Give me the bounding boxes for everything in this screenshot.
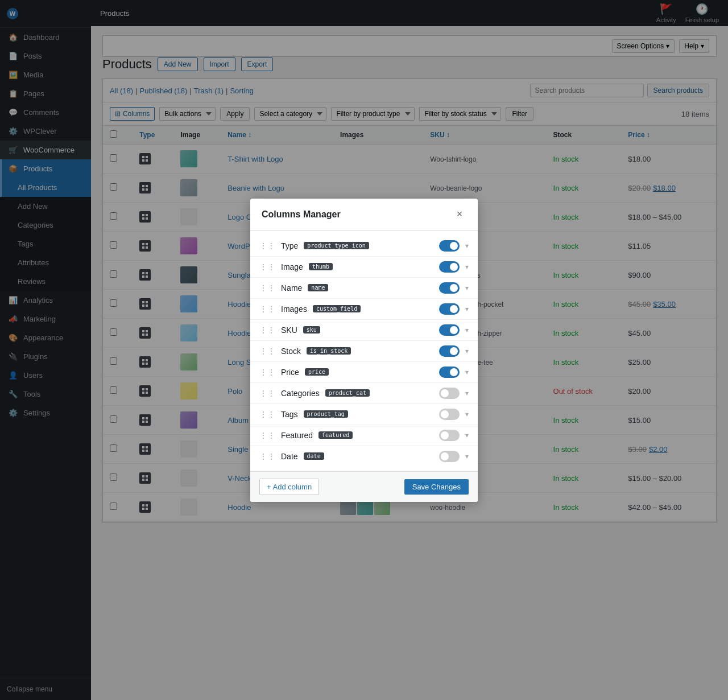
column-badge: price <box>305 368 329 376</box>
column-name: Featured <box>281 431 313 440</box>
columns-manager-modal: Columns Manager × ⋮⋮ Type product_type_i… <box>250 199 478 502</box>
drag-handle-icon[interactable]: ⋮⋮ <box>259 431 275 440</box>
drag-handle-icon[interactable]: ⋮⋮ <box>259 368 275 377</box>
column-badge: custom_field <box>313 305 361 312</box>
column-badge: is_in_stock <box>307 347 351 355</box>
column-row: ⋮⋮ Stock is_in_stock ▾ <box>250 341 478 362</box>
column-row: ⋮⋮ Tags product_tag ▾ <box>250 404 478 425</box>
column-options-icon[interactable]: ▾ <box>465 284 469 292</box>
column-name: Tags <box>281 410 298 419</box>
column-options-icon[interactable]: ▾ <box>465 347 469 355</box>
column-row: ⋮⋮ Images custom_field ▾ <box>250 299 478 320</box>
drag-handle-icon[interactable]: ⋮⋮ <box>259 347 275 356</box>
add-column-button[interactable]: + Add column <box>259 479 319 495</box>
modal-footer: + Add column Save Changes <box>250 471 478 502</box>
column-options-icon[interactable]: ▾ <box>465 431 469 439</box>
column-toggle[interactable] <box>439 345 460 357</box>
column-row: ⋮⋮ SKU sku ▾ <box>250 320 478 341</box>
drag-handle-icon[interactable]: ⋮⋮ <box>259 410 275 419</box>
column-badge: product_tag <box>304 410 348 418</box>
column-badge: name <box>308 284 328 291</box>
column-name: Stock <box>281 347 301 356</box>
drag-handle-icon[interactable]: ⋮⋮ <box>259 326 275 335</box>
column-badge: sku <box>303 326 320 333</box>
column-name: Price <box>281 368 299 377</box>
drag-handle-icon[interactable]: ⋮⋮ <box>259 389 275 398</box>
column-toggle[interactable] <box>439 367 460 378</box>
drag-handle-icon[interactable]: ⋮⋮ <box>259 283 275 293</box>
drag-handle-icon[interactable]: ⋮⋮ <box>259 262 275 271</box>
drag-handle-icon[interactable]: ⋮⋮ <box>259 304 275 314</box>
column-options-icon[interactable]: ▾ <box>465 305 469 313</box>
column-toggle[interactable] <box>439 303 460 315</box>
column-row: ⋮⋮ Date date ▾ <box>250 446 478 467</box>
column-row: ⋮⋮ Price price ▾ <box>250 362 478 383</box>
column-row: ⋮⋮ Type product_type_icon ▾ <box>250 236 478 257</box>
drag-handle-icon[interactable]: ⋮⋮ <box>259 241 275 250</box>
column-toggle[interactable] <box>439 282 460 294</box>
column-name: Images <box>281 304 307 314</box>
column-toggle[interactable] <box>439 240 460 252</box>
column-badge: date <box>304 452 324 460</box>
column-options-icon[interactable]: ▾ <box>465 368 469 376</box>
column-row: ⋮⋮ Name name ▾ <box>250 278 478 299</box>
column-badge: product_type_icon <box>304 242 369 249</box>
column-name: SKU <box>281 326 297 335</box>
modal-overlay[interactable]: Columns Manager × ⋮⋮ Type product_type_i… <box>0 0 728 700</box>
modal-header: Columns Manager × <box>250 199 478 231</box>
column-row: ⋮⋮ Categories product_cat ▾ <box>250 383 478 404</box>
column-options-icon[interactable]: ▾ <box>465 452 469 460</box>
modal-body: ⋮⋮ Type product_type_icon ▾ ⋮⋮ Image thu… <box>250 231 478 471</box>
column-row: ⋮⋮ Image thumb ▾ <box>250 257 478 278</box>
column-badge: product_cat <box>325 389 370 397</box>
column-badge: featured <box>318 431 353 439</box>
column-name: Categories <box>281 389 320 398</box>
column-toggle[interactable] <box>439 430 460 441</box>
column-toggle[interactable] <box>439 451 460 462</box>
column-options-icon[interactable]: ▾ <box>465 263 469 271</box>
column-name: Image <box>281 262 303 271</box>
column-options-icon[interactable]: ▾ <box>465 410 469 418</box>
column-name: Name <box>281 283 302 293</box>
drag-handle-icon[interactable]: ⋮⋮ <box>259 452 275 461</box>
modal-close-button[interactable]: × <box>453 208 466 221</box>
column-name: Type <box>281 241 298 250</box>
column-badge: thumb <box>309 263 333 270</box>
column-options-icon[interactable]: ▾ <box>465 242 469 250</box>
modal-title: Columns Manager <box>262 209 341 220</box>
column-toggle[interactable] <box>439 409 460 420</box>
save-changes-button[interactable]: Save Changes <box>404 479 469 495</box>
column-toggle[interactable] <box>439 324 460 336</box>
column-toggle[interactable] <box>439 388 460 399</box>
column-options-icon[interactable]: ▾ <box>465 326 469 334</box>
column-row: ⋮⋮ Featured featured ▾ <box>250 425 478 446</box>
column-options-icon[interactable]: ▾ <box>465 389 469 397</box>
column-toggle[interactable] <box>439 261 460 273</box>
column-name: Date <box>281 452 298 461</box>
